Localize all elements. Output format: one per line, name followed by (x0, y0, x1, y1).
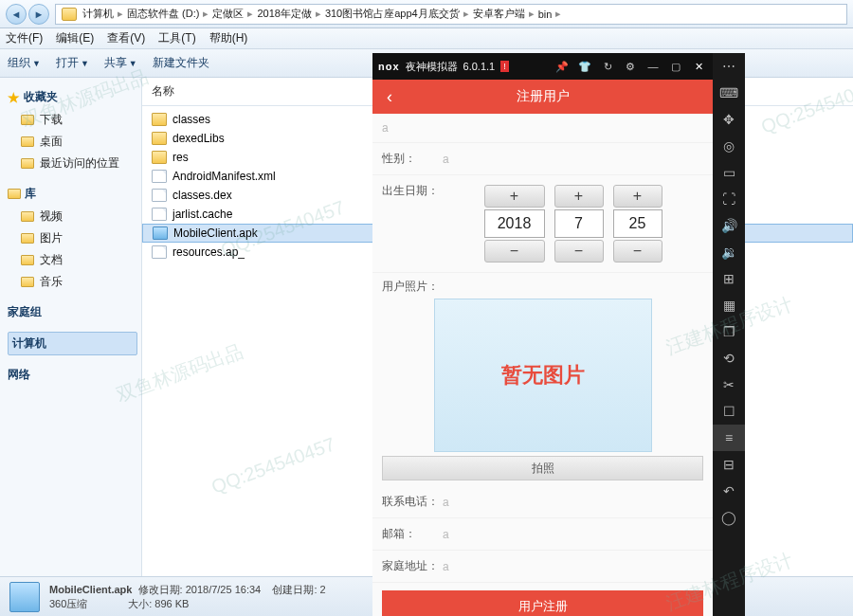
email-label: 邮箱： (382, 526, 443, 542)
form-row-address: 家庭地址： a (372, 551, 713, 583)
year-minus-button[interactable]: − (484, 240, 545, 263)
nav-forward-button[interactable]: ► (28, 4, 49, 25)
month-spinner: + 7 − (554, 185, 604, 263)
breadcrumb[interactable]: 2018年定做 (257, 7, 311, 21)
multi-instance-icon[interactable]: ❐ (713, 318, 745, 345)
address-input[interactable]: a (443, 560, 703, 573)
address-label: 家庭地址： (382, 558, 443, 574)
menu-bar: 文件(F) 编辑(E) 查看(V) 工具(T) 帮助(H) (0, 28, 853, 49)
menu-edit[interactable]: 编辑(E) (56, 30, 94, 46)
sidebar-item-network[interactable]: 网络 (8, 367, 137, 383)
menu-file[interactable]: 文件(F) (6, 30, 43, 46)
gender-input[interactable]: a (443, 153, 703, 166)
day-value[interactable]: 25 (613, 209, 662, 238)
gender-label: 性别： (382, 151, 443, 167)
sidebar-item-videos[interactable]: 视频 (4, 206, 137, 227)
menu-view[interactable]: 查看(V) (107, 30, 145, 46)
month-plus-button[interactable]: + (554, 185, 604, 208)
page-title: 注册用户 (407, 88, 679, 105)
sidebar-item-pictures[interactable]: 图片 (4, 227, 137, 249)
keyboard-icon[interactable]: ⌨ (713, 80, 745, 106)
month-minus-button[interactable]: − (554, 240, 604, 263)
share-button[interactable]: 共享▼ (104, 55, 137, 71)
sidebar-libraries-group[interactable]: 库 (8, 186, 137, 202)
folder-icon (21, 115, 34, 125)
nav-back-button[interactable]: ◄ (6, 4, 27, 25)
breadcrumb[interactable]: 定做区 (212, 7, 244, 21)
year-plus-button[interactable]: + (484, 185, 545, 208)
explorer-sidebar: ★收藏夹 下载 桌面 最近访问的位置 库 视频 图片 文档 音乐 家庭组 计算机… (0, 78, 142, 576)
field-placeholder[interactable]: a (382, 121, 703, 135)
video-icon[interactable]: ⊟ (713, 451, 745, 478)
rotate-icon[interactable]: ⟲ (713, 345, 745, 371)
sidebar-item-documents[interactable]: 文档 (4, 249, 137, 271)
breadcrumb[interactable]: 固态软件盘 (D:) (127, 7, 199, 21)
sidebar-item-recent[interactable]: 最近访问的位置 (4, 153, 137, 174)
column-name[interactable]: 名称 (142, 78, 351, 105)
sidebar-item-music[interactable]: 音乐 (4, 271, 137, 293)
menu-tools[interactable]: 工具(T) (158, 30, 195, 46)
close-button[interactable]: ✕ (690, 61, 707, 73)
date-picker: + 2018 − + 7 − + 25 − (443, 183, 703, 264)
refresh-icon[interactable]: ↻ (599, 61, 616, 73)
open-button[interactable]: 打开▼ (56, 55, 89, 71)
register-button[interactable]: 用户注册 (382, 590, 703, 616)
more-icon[interactable]: ⋯ (713, 53, 745, 80)
email-input[interactable]: a (443, 528, 703, 541)
scissors-icon[interactable]: ✂ (713, 371, 745, 398)
phone-input[interactable]: a (443, 496, 703, 509)
apk-install-icon[interactable]: ⊞ (713, 265, 745, 292)
pin-icon[interactable]: 📌 (554, 61, 571, 73)
status-filename: MobileClient.apk (49, 584, 132, 595)
location-icon[interactable]: ◎ (713, 133, 745, 159)
screenshot-icon[interactable]: ☐ (713, 398, 745, 425)
folder-icon (21, 158, 34, 169)
maximize-button[interactable]: ▢ (667, 61, 684, 73)
folder-icon[interactable]: ▦ (713, 292, 745, 318)
status-modified: 2018/7/25 16:34 (186, 584, 262, 595)
volume-down-icon[interactable]: 🔉 (713, 239, 745, 265)
emulator-titlebar[interactable]: nox 夜神模拟器 6.0.1.1 ! 📌 👕 ↻ ⚙ — ▢ ✕ (372, 53, 713, 80)
photo-preview[interactable]: 暂无图片 (434, 299, 652, 452)
breadcrumb-path[interactable]: 计算机▸ 固态软件盘 (D:)▸ 定做区▸ 2018年定做▸ 310图书馆占座a… (55, 4, 847, 25)
sidebar-favorites-group[interactable]: ★收藏夹 (8, 89, 137, 105)
month-value[interactable]: 7 (554, 209, 604, 238)
sidebar-item-computer[interactable]: 计算机 (8, 332, 137, 355)
year-spinner: + 2018 − (484, 185, 545, 263)
settings-icon[interactable]: ⚙ (622, 61, 639, 73)
form-row: a (372, 114, 713, 143)
breadcrumb[interactable]: 310图书馆占座app4月底交货 (325, 7, 460, 21)
take-photo-button[interactable]: 拍照 (382, 456, 703, 480)
minimize-button[interactable]: — (644, 61, 662, 72)
shake-icon[interactable]: ✥ (713, 106, 745, 133)
day-plus-button[interactable]: + (613, 185, 662, 208)
sidebar-item-desktop[interactable]: 桌面 (4, 131, 137, 153)
photo-label: 用户照片： (382, 280, 439, 293)
sidebar-homegroup[interactable]: 家庭组 (8, 304, 137, 320)
my-computer-icon[interactable]: ▭ (713, 159, 745, 186)
theme-icon[interactable]: 👕 (576, 61, 593, 73)
folder-icon (152, 113, 167, 126)
folder-icon (8, 189, 21, 199)
sidebar-item-downloads[interactable]: 下载 (4, 109, 137, 131)
folder-icon (21, 233, 34, 244)
new-folder-button[interactable]: 新建文件夹 (153, 55, 209, 71)
home-icon[interactable]: ◯ (713, 504, 745, 531)
menu-help[interactable]: 帮助(H) (209, 30, 248, 46)
breadcrumb[interactable]: 计算机 (82, 7, 114, 21)
breadcrumb[interactable]: 安卓客户端 (473, 7, 525, 21)
organize-button[interactable]: 组织▼ (8, 55, 41, 71)
day-minus-button[interactable]: − (613, 240, 662, 263)
back-icon[interactable]: ↶ (713, 478, 745, 504)
form-row-gender: 性别： a (372, 143, 713, 175)
folder-icon (152, 132, 167, 145)
volume-up-icon[interactable]: 🔊 (713, 212, 745, 239)
back-button[interactable]: ‹ (372, 87, 407, 107)
year-value[interactable]: 2018 (484, 209, 545, 238)
breadcrumb[interactable]: bin (538, 9, 553, 20)
fullscreen-icon[interactable]: ⛶ (713, 186, 745, 212)
birthdate-label: 出生日期： (382, 183, 443, 199)
menu-icon[interactable]: ≡ (713, 425, 745, 451)
file-icon (152, 208, 167, 221)
form-row-birthdate: 出生日期： + 2018 − + 7 − + 25 − (372, 175, 713, 273)
